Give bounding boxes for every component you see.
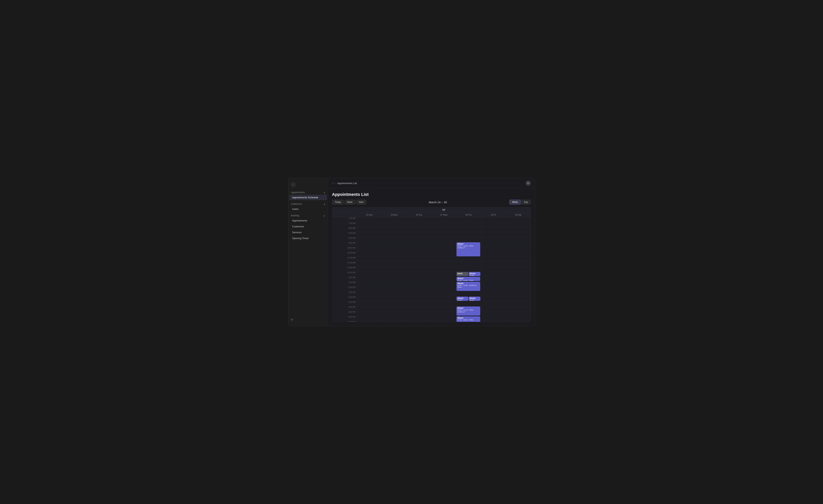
- calendar-cell[interactable]: [357, 232, 382, 237]
- calendar-cell[interactable]: Ahmet15:00 - 15:30 - H...Ahmet15:00 - 15…: [456, 296, 481, 301]
- calendar-cell[interactable]: [432, 277, 456, 282]
- sidebar-item-appointments-schedule[interactable]: Appointments Schedule: [290, 195, 327, 200]
- sidebar-item-appointments[interactable]: Appointments: [290, 218, 327, 223]
- calendar-cell[interactable]: [432, 257, 456, 262]
- calendar-cell[interactable]: [432, 296, 456, 301]
- calendar-cell[interactable]: [382, 267, 406, 272]
- calendar-cell[interactable]: [406, 277, 432, 282]
- calendar-cell[interactable]: [382, 277, 406, 282]
- calendar-cell[interactable]: [382, 217, 406, 222]
- calendar-cell[interactable]: [432, 316, 456, 321]
- calendar-cell[interactable]: lunchAhmet12:30 - 13:00 -...: [456, 272, 481, 277]
- calendar-cell[interactable]: [481, 232, 506, 237]
- event-block[interactable]: Ahmet13:00 - 13:45 - TRIM: [457, 277, 480, 281]
- calendar-cell[interactable]: [506, 316, 531, 321]
- calendar-cell[interactable]: [432, 306, 456, 311]
- calendar-cell[interactable]: [406, 242, 432, 247]
- calendar-cell[interactable]: [357, 316, 382, 321]
- calendar-cell[interactable]: [506, 277, 531, 282]
- calendar-cell[interactable]: [481, 282, 506, 286]
- event-block[interactable]: Ahmet16:00 - 17:15 - TRIM, HAIRCUT: [457, 307, 480, 316]
- calendar-cell[interactable]: [456, 237, 481, 242]
- calendar-cell[interactable]: [382, 222, 406, 227]
- calendar-cell[interactable]: [357, 306, 382, 311]
- calendar-cell[interactable]: [432, 321, 456, 322]
- calendar-cell[interactable]: [357, 227, 382, 232]
- calendar-cell[interactable]: Ahmet17:15 - 18:00 - TRIM: [456, 316, 481, 321]
- sidebar-section-booking[interactable]: Booking ▲: [288, 213, 328, 218]
- calendar-cell[interactable]: [506, 321, 531, 322]
- calendar-cell[interactable]: [481, 306, 506, 311]
- calendar-cell[interactable]: [406, 296, 432, 301]
- event-block[interactable]: Ahmet15:00 - 15:30 -...: [469, 297, 480, 301]
- calendar-cell[interactable]: [406, 222, 432, 227]
- calendar-cell[interactable]: [456, 232, 481, 237]
- calendar-cell[interactable]: [506, 286, 531, 291]
- calendar-cell[interactable]: [382, 262, 406, 267]
- calendar-cell[interactable]: Ahmet13:45 - 15:00 - HAIRCUT, TRIM: [456, 282, 481, 286]
- calendar-cell[interactable]: [406, 252, 432, 257]
- event-block[interactable]: Ahmet09:30 - 10:45 - TRIM, HAIRCUT: [457, 242, 480, 257]
- calendar-cell[interactable]: [406, 217, 432, 222]
- calendar-cell[interactable]: [406, 311, 432, 316]
- calendar-cell[interactable]: [506, 267, 531, 272]
- calendar-cell[interactable]: [432, 222, 456, 227]
- calendar-cell[interactable]: [357, 301, 382, 306]
- calendar-cell[interactable]: [481, 262, 506, 267]
- calendar-cell[interactable]: [456, 222, 481, 227]
- calendar-cell[interactable]: [506, 242, 531, 247]
- calendar-cell[interactable]: [456, 217, 481, 222]
- calendar-cell[interactable]: [506, 232, 531, 237]
- calendar-cell[interactable]: [357, 217, 382, 222]
- calendar-cell[interactable]: [357, 321, 382, 322]
- calendar-cell[interactable]: [406, 237, 432, 242]
- calendar-cell[interactable]: [406, 282, 432, 286]
- calendar-cell[interactable]: [382, 291, 406, 296]
- calendar-cell[interactable]: [357, 282, 382, 286]
- calendar-cell[interactable]: [382, 242, 406, 247]
- calendar-cell[interactable]: [382, 282, 406, 286]
- calendar-cell[interactable]: [506, 311, 531, 316]
- calendar-cell[interactable]: [506, 257, 531, 262]
- event-block[interactable]: lunch: [457, 272, 468, 276]
- event-block[interactable]: Ahmet12:30 - 13:00 -...: [469, 272, 480, 276]
- sidebar-item-opening-times[interactable]: Opening Times: [290, 235, 327, 241]
- calendar-cell[interactable]: [481, 267, 506, 272]
- calendar-cell[interactable]: [432, 232, 456, 237]
- calendar-cell[interactable]: [506, 227, 531, 232]
- calendar-cell[interactable]: [432, 282, 456, 286]
- calendar-cell[interactable]: [432, 262, 456, 267]
- calendar-cell[interactable]: [481, 296, 506, 301]
- calendar-cell[interactable]: [406, 316, 432, 321]
- calendar-cell[interactable]: [481, 217, 506, 222]
- calendar-cell[interactable]: [506, 301, 531, 306]
- calendar-cell[interactable]: [506, 222, 531, 227]
- calendar-cell[interactable]: [406, 286, 432, 291]
- calendar-cell[interactable]: [432, 286, 456, 291]
- calendar-cell[interactable]: [382, 232, 406, 237]
- calendar-cell[interactable]: [456, 267, 481, 272]
- calendar-cell[interactable]: [357, 257, 382, 262]
- calendar-cell[interactable]: [456, 301, 481, 306]
- calendar-cell[interactable]: [357, 237, 382, 242]
- calendar-cell[interactable]: [382, 306, 406, 311]
- calendar-cell[interactable]: [481, 286, 506, 291]
- calendar-cell[interactable]: [481, 242, 506, 247]
- calendar-cell[interactable]: [481, 247, 506, 252]
- next-button[interactable]: Next: [356, 200, 366, 204]
- calendar-cell[interactable]: [382, 227, 406, 232]
- calendar-cell[interactable]: [357, 286, 382, 291]
- day-view-button[interactable]: Day: [521, 200, 531, 204]
- calendar-cell[interactable]: [382, 257, 406, 262]
- sidebar-item-customers[interactable]: Customers: [290, 224, 327, 229]
- calendar-cell[interactable]: [456, 227, 481, 232]
- event-block[interactable]: Ahmet13:45 - 15:00 - HAIRCUT, TRIM: [457, 282, 480, 291]
- calendar-cell[interactable]: Ahmet09:30 - 10:45 - TRIM, HAIRCUT: [456, 242, 481, 247]
- calendar-cell[interactable]: Ahmet13:00 - 13:45 - TRIM: [456, 277, 481, 282]
- calendar-cell[interactable]: [406, 301, 432, 306]
- calendar-cell[interactable]: [456, 291, 481, 296]
- calendar-cell[interactable]: [357, 272, 382, 277]
- calendar-cell[interactable]: Ahmet16:00 - 17:15 - TRIM, HAIRCUT: [456, 306, 481, 311]
- calendar-cell[interactable]: [432, 237, 456, 242]
- calendar-cell[interactable]: [406, 306, 432, 311]
